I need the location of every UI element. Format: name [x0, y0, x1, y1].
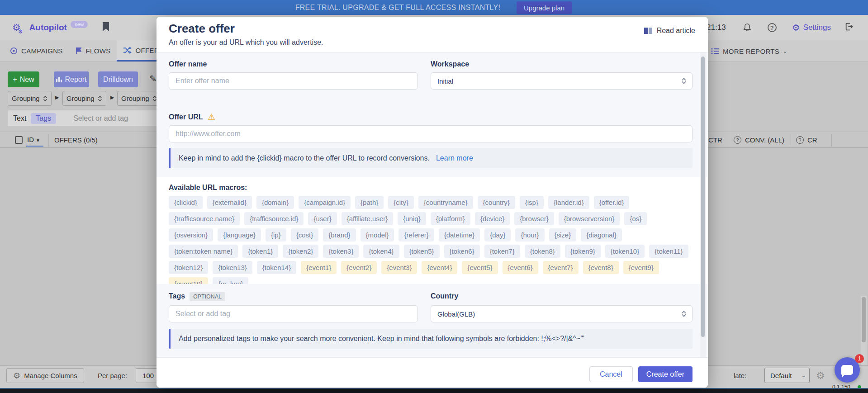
- column-id[interactable]: ID▼: [27, 136, 40, 143]
- macro-chip[interactable]: {trafficsource.name}: [169, 212, 240, 225]
- create-offer-button[interactable]: Create offer: [638, 366, 693, 382]
- grouping-select-3[interactable]: Grouping: [117, 91, 161, 106]
- tags-input[interactable]: [169, 305, 418, 322]
- macro-chip[interactable]: {token7}: [484, 245, 520, 258]
- macro-chip[interactable]: {cost}: [291, 228, 319, 241]
- column-cr[interactable]: ?CR: [796, 136, 817, 144]
- macro-chip[interactable]: {countryname}: [418, 196, 473, 209]
- macro-chip[interactable]: {brand}: [323, 228, 356, 241]
- macro-chip[interactable]: {offer.id}: [594, 196, 630, 209]
- grouping-select-1[interactable]: Grouping: [8, 91, 52, 106]
- macro-chip[interactable]: {country}: [478, 196, 515, 209]
- upgrade-plan-button[interactable]: Upgrade plan: [517, 1, 572, 14]
- workspace-select[interactable]: Initial: [431, 72, 693, 90]
- macro-chip[interactable]: {diagonal}: [581, 228, 622, 241]
- macro-chip[interactable]: {datetime}: [439, 228, 480, 241]
- column-conv-all[interactable]: ?CONV. (ALL): [734, 136, 784, 144]
- macro-chip[interactable]: {externalid}: [207, 196, 252, 209]
- modal-scrollbar[interactable]: [700, 52, 706, 357]
- macro-chip[interactable]: {event5}: [462, 261, 498, 274]
- filter-mode-tags[interactable]: Tags: [31, 113, 56, 124]
- macro-chip[interactable]: {campaign.id}: [299, 196, 351, 209]
- settings-button[interactable]: ⚙ Settings: [792, 23, 831, 32]
- macro-chip[interactable]: {path}: [355, 196, 384, 209]
- column-offers[interactable]: OFFERS (0/5): [54, 136, 98, 144]
- macro-chip[interactable]: {token6}: [444, 245, 480, 258]
- macro-chip[interactable]: {event6}: [503, 261, 538, 274]
- macro-chip[interactable]: {os}: [624, 212, 647, 225]
- macro-chip[interactable]: {trafficsource.id}: [244, 212, 304, 225]
- macro-chip[interactable]: {token1}: [242, 245, 278, 258]
- macro-chip[interactable]: {size}: [549, 228, 577, 241]
- filter-mode-text[interactable]: Text: [13, 114, 26, 123]
- brand[interactable]: ⚙⚙ Autopilot new: [12, 23, 88, 33]
- edit-pencil-icon[interactable]: ✎: [149, 73, 157, 84]
- macro-chip[interactable]: {event3}: [381, 261, 417, 274]
- learn-more-link[interactable]: Learn more: [436, 154, 473, 162]
- template-gear-icon[interactable]: ⚙: [816, 370, 825, 382]
- macro-chip[interactable]: {osversion}: [169, 228, 213, 241]
- macro-chip[interactable]: {event9}: [623, 261, 659, 274]
- tab-campaigns[interactable]: CAMPAIGNS: [4, 40, 69, 62]
- scrollbar-thumb[interactable]: [701, 57, 705, 337]
- macro-chip[interactable]: {event7}: [543, 261, 579, 274]
- help-icon[interactable]: ?: [734, 136, 741, 144]
- macro-chip[interactable]: {device}: [475, 212, 510, 225]
- macro-chip[interactable]: {day}: [484, 228, 511, 241]
- macro-chip[interactable]: {ip}: [266, 228, 286, 241]
- macro-chip[interactable]: {token12}: [169, 261, 208, 274]
- macro-chip[interactable]: {token13}: [213, 261, 252, 274]
- macro-chip[interactable]: {token4}: [363, 245, 399, 258]
- report-button[interactable]: Report: [54, 71, 89, 87]
- more-reports-button[interactable]: MORE REPORTS ⌄: [711, 40, 868, 62]
- template-select[interactable]: Default ⌄: [764, 368, 810, 383]
- macro-chip[interactable]: {lander.id}: [548, 196, 589, 209]
- macro-chip[interactable]: {domain}: [256, 196, 294, 209]
- select-all-checkbox[interactable]: [15, 136, 23, 144]
- read-article-link[interactable]: Read article: [644, 27, 695, 35]
- grouping-select-2[interactable]: Grouping: [62, 91, 106, 106]
- macro-chip[interactable]: {referer}: [398, 228, 434, 241]
- help-icon[interactable]: ?: [796, 136, 804, 144]
- macro-chip[interactable]: {token9}: [565, 245, 601, 258]
- manage-columns-button[interactable]: ⚙ Manage Columns: [6, 368, 84, 383]
- macro-chip[interactable]: {model}: [360, 228, 394, 241]
- book-icon: [644, 27, 653, 34]
- macro-chip[interactable]: {token14}: [257, 261, 296, 274]
- macro-chip[interactable]: {language}: [218, 228, 261, 241]
- macro-chip[interactable]: {affiliate.user}: [342, 212, 394, 225]
- notifications-bell-icon[interactable]: [742, 22, 752, 33]
- macro-chip[interactable]: {event4}: [422, 261, 457, 274]
- offer-url-input[interactable]: [169, 125, 693, 142]
- macro-chip[interactable]: {token:token name}: [169, 245, 238, 258]
- logout-icon[interactable]: [844, 22, 854, 33]
- macro-chip[interactable]: {event2}: [341, 261, 377, 274]
- macro-chip[interactable]: {clickid}: [169, 196, 203, 209]
- cancel-button[interactable]: Cancel: [589, 366, 633, 382]
- macro-chip[interactable]: {token8}: [525, 245, 560, 258]
- new-button[interactable]: +New: [8, 71, 39, 87]
- macro-chip[interactable]: {token3}: [323, 245, 359, 258]
- macro-chip[interactable]: {city}: [388, 196, 414, 209]
- help-icon[interactable]: ?: [768, 23, 777, 32]
- tag-search-input[interactable]: Select or add tag: [73, 114, 128, 123]
- macro-chip[interactable]: {hour}: [515, 228, 544, 241]
- macro-chip[interactable]: {token5}: [404, 245, 440, 258]
- column-ctr[interactable]: CTR: [708, 136, 722, 144]
- macro-chip[interactable]: {browserversion}: [559, 212, 620, 225]
- macro-chip[interactable]: {token2}: [283, 245, 318, 258]
- macro-chip[interactable]: {token11}: [649, 245, 688, 258]
- macro-chip[interactable]: {event8}: [583, 261, 619, 274]
- country-select[interactable]: Global(GLB): [431, 305, 693, 322]
- tab-flows[interactable]: FLOWS: [69, 40, 117, 62]
- bookmark-icon[interactable]: [102, 22, 109, 33]
- offer-name-input[interactable]: [169, 72, 418, 90]
- macro-chip[interactable]: {isp}: [520, 196, 544, 209]
- macro-chip[interactable]: {uniq}: [398, 212, 426, 225]
- drilldown-button[interactable]: Drilldown: [98, 71, 138, 87]
- macro-chip[interactable]: {user}: [308, 212, 337, 225]
- macro-chip[interactable]: {token10}: [605, 245, 645, 258]
- macro-chip[interactable]: {event1}: [301, 261, 337, 274]
- macro-chip[interactable]: {browser}: [514, 212, 554, 225]
- macro-chip[interactable]: {platform}: [431, 212, 470, 225]
